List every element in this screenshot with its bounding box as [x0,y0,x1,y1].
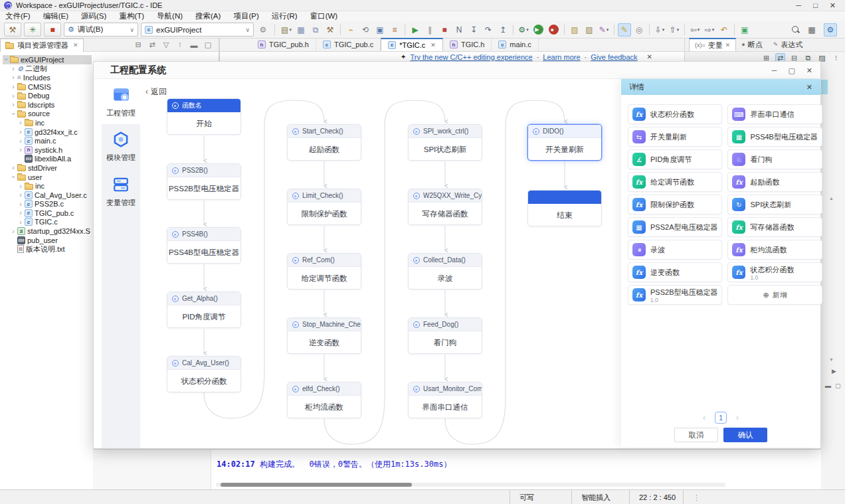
flow-node-PSS4B()[interactable]: ▸PSS4B()PSS4B型电压稳定器 [167,227,241,264]
tab-断点[interactable]: ●断点 [736,38,767,51]
debug-icon[interactable]: ⚙▾ [517,23,530,37]
function-card-PID角度调节[interactable]: ∡PID角度调节 [628,149,722,169]
sidebar-item-变量管理[interactable]: 变量管理 [102,169,140,214]
next-annotation-dropdown-icon[interactable]: ▾ [662,27,665,33]
maximize-panel-icon[interactable]: ▢ [835,382,841,389]
minimize-panel-icon[interactable]: ▬ [825,382,831,389]
twisty-icon[interactable]: › [10,164,17,171]
resume-icon[interactable]: ▶ [409,23,422,37]
filter-icon[interactable]: ▽ [161,41,171,50]
twisty-icon[interactable]: › [17,191,24,199]
notice-link-feedback[interactable]: Give feedback [591,53,637,61]
editor-tab-TGIC_pub.h[interactable]: hTGIC_pub.h [251,38,316,51]
function-card-状态积分函数[interactable]: fx状态积分函数1.0 [727,262,822,282]
page-prev-icon[interactable]: ‹ [703,413,705,422]
twisty-icon[interactable]: › [17,218,24,226]
flow-node-W25QXX_Write_Cycle()[interactable]: ▸W25QXX_Write_Cycle()写存储器函数 [408,189,482,225]
page-number[interactable]: 1 [715,412,727,424]
collapse-all-icon[interactable]: ⊟ [134,41,143,50]
function-card-界面串口通信[interactable]: ⌨界面串口通信 [727,104,822,124]
flow-node-DIDO()[interactable]: ▸DIDO()开关量刷新 [527,124,602,161]
dialog-minimize-icon[interactable]: ─ [772,66,777,74]
editor-tab-TGIC.c[interactable]: c*TGIC.c✕ [381,38,443,51]
flow-node-Usart_Monitor_Comm(0)[interactable]: ▸Usart_Monitor_Comm(0)界面串口通信 [408,382,482,418]
external-tools-dropdown-icon[interactable]: ▾ [555,27,557,33]
new-wizard-dropdown-icon[interactable]: ▾ [289,27,292,33]
view-menu-icon[interactable]: ⁝ [831,53,841,63]
notice-close-icon[interactable]: ✕ [647,53,652,60]
scroll-down-icon[interactable]: ▼ [829,357,834,362]
forward-history-dropdown-icon[interactable]: ▾ [712,27,715,33]
restore-panel-icon[interactable]: ▶ [832,368,836,375]
terminal-icon[interactable]: ≡ [388,23,401,37]
search-icon[interactable] [791,25,800,34]
terminate-icon[interactable]: ■ [438,23,451,37]
twisty-icon[interactable]: › [10,174,17,181]
console-view-icon[interactable]: ▣ [373,23,387,37]
function-card-给定调节函数[interactable]: fx给定调节函数 [628,172,722,192]
twisty-icon[interactable]: › [17,128,24,135]
menu-item-1[interactable]: 编辑(E) [43,11,68,21]
twisty-icon[interactable]: › [10,83,17,90]
flow-node-Cal_Avg_User()[interactable]: ▸Cal_Avg_User()状态积分函数 [167,356,241,392]
tree-item-exGUIProject[interactable]: ›exGUIProject [3,55,92,64]
twisty-icon[interactable]: › [10,65,17,72]
twisty-icon[interactable]: › [10,228,17,235]
console-hscrollbar[interactable] [216,483,725,487]
menu-item-4[interactable]: 导航(N) [157,11,183,21]
menu-item-6[interactable]: 项目(P) [233,11,258,21]
twisty-icon[interactable]: › [17,209,24,216]
function-card-写存储器函数[interactable]: fx写存储器函数 [727,217,822,237]
editor-tab-main.c[interactable]: cmain.c [492,38,538,51]
twisty-icon[interactable]: › [17,183,24,190]
notice-link-learn-more[interactable]: Learn more [543,53,580,61]
open-perspective-icon[interactable]: ▦ [805,23,818,37]
twisty-icon[interactable]: › [17,137,24,145]
console-hscroll-thumb[interactable] [221,483,412,487]
twisty-icon[interactable]: › [17,146,24,153]
tab-表达式[interactable]: ✎表达式 [768,38,808,51]
twisty-icon[interactable]: › [17,119,24,126]
function-card-PSS2B型电压稳定器[interactable]: fxPSS2B型电压稳定器1.0 [628,285,722,305]
flow-node-Feed_Dog()[interactable]: ▸Feed_Dog()看门狗 [408,317,482,354]
view-menu-icon[interactable]: ⁝ [175,41,185,50]
launch-config-combo[interactable]: ⚙ 调试(B) ∨ [64,23,138,37]
step-over-icon[interactable]: ↷ [482,23,495,37]
minimize-view-icon[interactable]: ▬ [189,41,199,50]
open-type-icon[interactable]: ▨ [568,23,581,37]
menu-item-0[interactable]: 文件(F) [5,11,31,21]
close-icon[interactable]: ✕ [73,42,78,48]
function-card-状态积分函数[interactable]: fx状态积分函数 [628,104,722,124]
function-card-PSS2A型电压稳定器[interactable]: ▦PSS2A型电压稳定器 [628,217,722,237]
prev-annotation-icon[interactable]: ⇧▾ [668,23,681,37]
back-history-dropdown-icon[interactable]: ▾ [698,27,700,33]
tab-变量[interactable]: (x)=变量✕ [689,38,736,51]
next-annotation-icon[interactable]: ⇩▾ [653,23,666,37]
page-next-icon[interactable]: › [736,413,739,422]
sidebar-item-模块管理[interactable]: 模块管理 [102,124,140,169]
link-with-editor-icon[interactable]: ⇄ [147,41,157,50]
editor-tab-TGIC.h[interactable]: hTGIC.h [443,38,492,51]
cancel-button[interactable]: 取消 [674,428,718,442]
tab-close-icon[interactable]: ✕ [430,42,436,48]
refresh-icon[interactable]: ⟲ [359,23,372,37]
build-button[interactable]: ⚒ [4,23,21,37]
flow-node-结束[interactable]: 结束 [527,190,602,226]
function-card-限制保护函数[interactable]: fx限制保护函数 [628,195,722,214]
function-card-SPI状态刷新[interactable]: ↻SPI状态刷新 [727,195,822,214]
add-function-button[interactable]: ⊕新增 [727,285,822,305]
tab-close-icon[interactable]: ✕ [725,42,731,48]
debug-button[interactable]: ✳ [24,23,41,37]
function-card-录波[interactable]: ılıl录波 [628,240,722,260]
window-minimize-icon[interactable]: ─ [796,1,801,10]
suspend-icon[interactable]: ∥ [423,23,436,37]
mark-occurrences-icon[interactable]: ✎ [618,23,631,37]
flow-node-Get_Alpha()[interactable]: ▸Get_Alpha()PID角度调节 [167,292,241,328]
build-icon[interactable]: ⚒ [324,23,337,37]
menu-item-8[interactable]: 窗口(W) [310,11,338,21]
cpp-perspective-icon[interactable]: ⚙ [824,23,837,37]
prev-annotation-dropdown-icon[interactable]: ▾ [677,27,680,33]
dialog-maximize-icon[interactable]: ▢ [788,66,795,75]
notice-link-try[interactable]: Try the new C/C++ editing experience [410,53,532,61]
run-dropdown-icon[interactable]: ▾ [539,27,542,33]
